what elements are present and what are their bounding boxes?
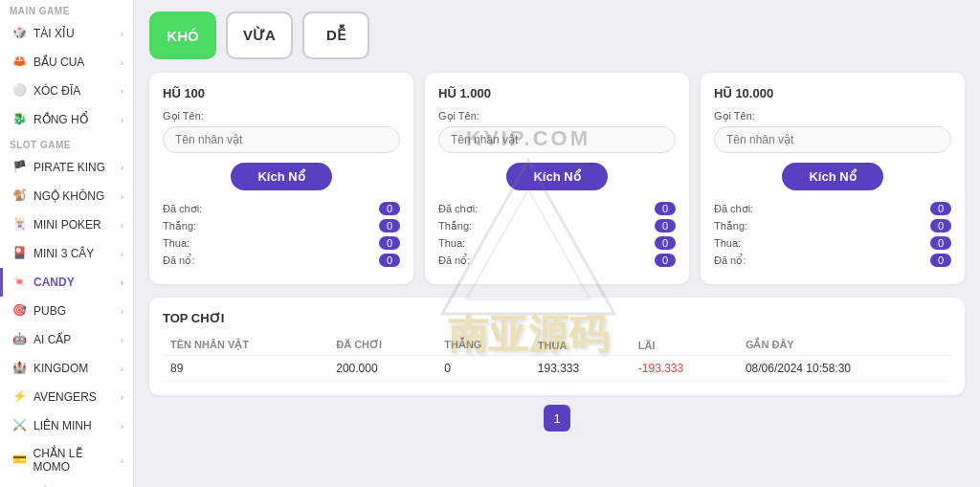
- cell-thua: 193.333: [530, 356, 631, 382]
- card-hu-1000: HŨ 1.000 Gọi Tên: Kích Nổ Đã chơi: 0 Thắ…: [425, 73, 689, 284]
- stat-da-no-3: Đã nổ: 0: [714, 254, 951, 267]
- diff-btn-vua[interactable]: VỪA: [226, 11, 293, 59]
- sidebar-item-mini-3-cay[interactable]: 🎴 MINI 3 CÂY ›: [0, 239, 133, 268]
- chevron-icon: ›: [121, 277, 123, 288]
- stat-da-choi-3: Đã chơi: 0: [714, 202, 951, 215]
- card-input-1[interactable]: [163, 126, 400, 153]
- poker-icon: 🃏: [12, 217, 28, 232]
- sidebar-item-rong-ho[interactable]: 🐉 RỒNG HỔ ›: [0, 105, 133, 134]
- stat-thua-2: Thua: 0: [438, 236, 676, 250]
- cards-row: HŨ 100 Gọi Tên: Kích Nổ Đã chơi: 0 Thắng…: [149, 73, 965, 284]
- sidebar-item-lien-minh[interactable]: ⚔️ LIÊN MINH ›: [0, 411, 133, 440]
- kick-btn-1[interactable]: Kích Nổ: [231, 163, 331, 190]
- sidebar-item-candy[interactable]: 🍬 CANDY ›: [0, 268, 133, 297]
- monkey-icon: 🐒: [12, 188, 28, 204]
- chevron-icon: ›: [121, 57, 123, 68]
- card-hu-100: HŨ 100 Gọi Tên: Kích Nổ Đã chơi: 0 Thắng…: [149, 73, 413, 284]
- chevron-icon: ›: [121, 335, 123, 345]
- sidebar-item-mini-poker[interactable]: 🃏 MINI POKER ›: [0, 210, 133, 239]
- nap-rut-label: NAP RÚT: [0, 480, 133, 487]
- chevron-icon: ›: [121, 163, 123, 173]
- cell-thang: 0: [436, 356, 530, 382]
- page-btn-1[interactable]: 1: [544, 405, 570, 432]
- chevron-icon: ›: [121, 364, 123, 374]
- difficulty-row: KHÓ VỪA DỄ: [149, 11, 965, 59]
- candy-icon: 🍬: [12, 275, 28, 290]
- stat-thua-1: Thua: 0: [163, 236, 400, 250]
- card-call-label-2: Gọi Tên:: [438, 110, 676, 122]
- stat-da-choi-2: Đã chơi: 0: [438, 202, 676, 215]
- card-call-label-1: Gọi Tên:: [163, 110, 400, 122]
- sidebar-item-kingdom[interactable]: 🏰 KINGDOM ›: [0, 354, 133, 383]
- sidebar-item-bau-cua[interactable]: 🦀 BẦU CUA ›: [0, 48, 133, 77]
- chevron-icon: ›: [121, 421, 123, 432]
- sidebar: MAIN GAME 🎲 TÀI XỈU › 🦀 BẦU CUA › ⚪ XÓC …: [0, 0, 134, 487]
- pagination-row: 1: [149, 405, 965, 432]
- top-section: TOP CHƠI TÊN NHÂN VẬT ĐÃ CHƠI THẮNG THUA…: [149, 298, 965, 395]
- col-header-da-choi: ĐÃ CHƠI: [328, 335, 436, 356]
- sidebar-item-avengers[interactable]: ⚡ AVENGERS ›: [0, 383, 133, 411]
- chevron-icon: ›: [121, 86, 123, 97]
- chevron-icon: ›: [121, 191, 123, 202]
- dice-icon: 🎲: [12, 26, 28, 41]
- chevron-icon: ›: [121, 115, 123, 125]
- pubg-icon: 🎯: [12, 303, 28, 319]
- sidebar-item-ngo-khong[interactable]: 🐒 NGỘ KHÔNG ›: [0, 182, 133, 210]
- chevron-icon: ›: [121, 455, 123, 466]
- momo-icon: 💳: [12, 453, 28, 468]
- cards-icon: 🎴: [12, 246, 28, 261]
- kingdom-icon: 🏰: [12, 361, 28, 376]
- card-hu-10000: HŨ 10.000 Gọi Tên: Kích Nổ Đã chơi: 0 Th…: [701, 73, 965, 284]
- cell-name: 89: [163, 356, 328, 382]
- table-row: 89 200.000 0 193.333 -193.333 08/06/2024…: [163, 356, 951, 382]
- stat-da-choi-1: Đã chơi: 0: [163, 202, 400, 215]
- card-title-3: HŨ 10.000: [714, 86, 951, 100]
- diff-btn-de[interactable]: DỄ: [302, 11, 369, 59]
- col-header-lai: LÃI: [631, 335, 738, 356]
- kick-btn-2[interactable]: Kích Nổ: [506, 163, 607, 190]
- top-table: TÊN NHÂN VẬT ĐÃ CHƠI THẮNG THUA LÃI GẦN …: [163, 335, 951, 382]
- sidebar-item-pubg[interactable]: 🎯 PUBG ›: [0, 297, 133, 325]
- main-game-label: MAIN GAME: [0, 0, 133, 19]
- col-header-thua: THUA: [530, 335, 631, 356]
- chevron-icon: ›: [121, 392, 123, 403]
- cua-icon: 🦀: [12, 55, 28, 70]
- ai-icon: 🤖: [12, 332, 28, 347]
- stat-da-no-2: Đã nổ: 0: [438, 254, 676, 267]
- top-title: TOP CHƠI: [163, 311, 951, 325]
- kick-btn-3[interactable]: Kích Nổ: [782, 163, 882, 190]
- card-title-2: HŨ 1.000: [438, 86, 676, 100]
- card-input-2[interactable]: [438, 126, 676, 153]
- chevron-icon: ›: [121, 306, 123, 317]
- cell-da-choi: 200.000: [328, 356, 436, 382]
- diff-btn-kho[interactable]: KHÓ: [149, 11, 216, 59]
- sidebar-item-ai-cap[interactable]: 🤖 AI CẤP ›: [0, 325, 133, 354]
- chevron-icon: ›: [121, 29, 123, 39]
- avengers-icon: ⚡: [12, 389, 28, 405]
- sidebar-item-chan-le-momo[interactable]: 💳 CHẮN LẼ MOMO ›: [0, 440, 133, 480]
- chevron-icon: ›: [121, 249, 123, 259]
- stat-thang-3: Thắng: 0: [714, 219, 951, 232]
- stat-thang-2: Thắng: 0: [438, 219, 676, 232]
- sidebar-item-pirate-king[interactable]: 🏴 PIRATE KING ›: [0, 153, 133, 182]
- sidebar-item-tai-xiu[interactable]: 🎲 TÀI XỈU ›: [0, 19, 133, 48]
- stat-thua-3: Thua: 0: [714, 236, 951, 250]
- pirate-icon: 🏴: [12, 160, 28, 175]
- col-header-thang: THẮNG: [436, 335, 530, 356]
- chevron-icon: ›: [121, 220, 123, 231]
- sidebar-item-xoc-dia[interactable]: ⚪ XÓC ĐĨA ›: [0, 77, 133, 105]
- card-input-3[interactable]: [714, 126, 951, 153]
- stat-da-no-1: Đã nổ: 0: [163, 254, 400, 267]
- card-title-1: HŨ 100: [163, 86, 400, 100]
- stat-thang-1: Thắng: 0: [163, 219, 400, 232]
- col-header-name: TÊN NHÂN VẬT: [163, 335, 328, 356]
- slot-game-label: SLOT GAME: [0, 134, 133, 153]
- rong-icon: 🐉: [12, 112, 28, 127]
- lienminh-icon: ⚔️: [12, 418, 28, 433]
- cell-lai: -193.333: [631, 356, 738, 382]
- main-content: KHÓ VỪA DỄ HŨ 100 Gọi Tên: Kích Nổ Đã ch…: [134, 0, 980, 487]
- cell-gan-day: 08/06/2024 10:58:30: [738, 356, 951, 382]
- card-call-label-3: Gọi Tên:: [714, 110, 951, 122]
- xocdia-icon: ⚪: [12, 83, 28, 99]
- col-header-gan-day: GẦN ĐÂY: [738, 335, 951, 356]
